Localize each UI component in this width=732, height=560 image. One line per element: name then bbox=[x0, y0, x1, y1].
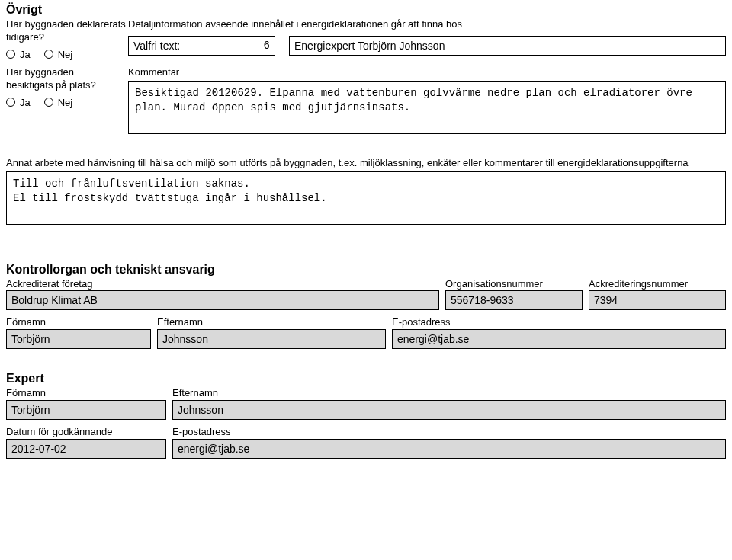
kontroll-title: Kontrollorgan och tekniskt ansvarig bbox=[6, 263, 726, 277]
expert-epost-field: energi@tjab.se bbox=[172, 439, 726, 459]
expert-datum-value: 2012-07-02 bbox=[11, 443, 66, 455]
valfri-text-box[interactable]: Valfri text: 6 bbox=[128, 36, 275, 56]
efternamn-value: Johnsson bbox=[162, 333, 208, 345]
expert-efternamn-label: Efternamn bbox=[172, 387, 726, 400]
q1-label: Har byggnaden deklarerats tidigare? bbox=[6, 18, 128, 44]
q1-nej-option[interactable]: Nej bbox=[44, 49, 73, 60]
kommentar-text: Besiktigad 20120629. Elpanna med vattenb… bbox=[135, 87, 692, 114]
detail-info-label: Detaljinformation avseende innehållet i … bbox=[128, 18, 726, 31]
kommentar-label: Kommentar bbox=[128, 66, 726, 79]
acknr-label: Ackrediteringsnummer bbox=[589, 278, 726, 291]
efternamn-label: Efternamn bbox=[157, 316, 386, 329]
ovrigt-section: Övrigt Har byggnaden deklarerats tidigar… bbox=[6, 3, 726, 134]
q2-nej-label: Nej bbox=[58, 97, 73, 108]
fornamn-label: Förnamn bbox=[6, 316, 151, 329]
expert-fornamn-value: Torbjörn bbox=[11, 404, 50, 416]
ovrigt-title: Övrigt bbox=[6, 3, 726, 17]
valfri-text-num: 6 bbox=[264, 40, 270, 52]
valfri-text-label: Valfri text: bbox=[133, 40, 180, 52]
annat-section: Annat arbete med hänvisning till hälsa o… bbox=[6, 157, 726, 225]
q2-ja-option[interactable]: Ja bbox=[6, 97, 30, 108]
kontroll-section: Kontrollorgan och tekniskt ansvarig Ackr… bbox=[6, 263, 726, 350]
efternamn-field: Johnsson bbox=[157, 329, 386, 349]
orgnr-label: Organisationsnummer bbox=[445, 278, 583, 291]
radio-icon bbox=[6, 98, 15, 107]
expert-fornamn-label: Förnamn bbox=[6, 387, 166, 400]
epost-field: energi@tjab.se bbox=[392, 329, 726, 349]
radio-icon bbox=[6, 50, 15, 59]
fornamn-value: Torbjörn bbox=[11, 333, 50, 345]
expert-title: Expert bbox=[6, 372, 726, 386]
fornamn-field: Torbjörn bbox=[6, 329, 151, 349]
expert-datum-label: Datum för godkännande bbox=[6, 426, 166, 439]
q2-ja-label: Ja bbox=[20, 97, 30, 108]
ack-foretag-label: Ackrediterat företag bbox=[6, 278, 439, 291]
expert-efternamn-field: Johnsson bbox=[172, 400, 726, 420]
radio-icon bbox=[44, 50, 53, 59]
valfri-value-box[interactable]: Energiexpert Torbjörn Johnsson bbox=[289, 36, 726, 56]
annat-box[interactable]: Till och frånluftsventilation saknas. El… bbox=[6, 171, 726, 225]
ack-foretag-field: Boldrup Klimat AB bbox=[6, 290, 439, 310]
epost-value: energi@tjab.se bbox=[397, 333, 469, 345]
expert-datum-field: 2012-07-02 bbox=[6, 439, 166, 459]
q1-ja-label: Ja bbox=[20, 49, 30, 60]
acknr-value: 7394 bbox=[594, 294, 618, 306]
kommentar-box[interactable]: Besiktigad 20120629. Elpanna med vattenb… bbox=[128, 81, 726, 134]
q2-radio-group: Ja Nej bbox=[6, 97, 128, 108]
expert-epost-value: energi@tjab.se bbox=[178, 443, 249, 455]
ack-foretag-value: Boldrup Klimat AB bbox=[11, 294, 98, 306]
orgnr-field: 556718-9633 bbox=[445, 290, 583, 310]
annat-text: Till och frånluftsventilation saknas. El… bbox=[13, 178, 327, 205]
expert-section: Expert Förnamn Torbjörn Efternamn Johnss… bbox=[6, 372, 726, 459]
q1-ja-option[interactable]: Ja bbox=[6, 49, 30, 60]
q1-nej-label: Nej bbox=[58, 49, 73, 60]
expert-fornamn-field: Torbjörn bbox=[6, 400, 166, 420]
q2-nej-option[interactable]: Nej bbox=[44, 97, 73, 108]
radio-icon bbox=[44, 98, 53, 107]
q2-label-a: Har byggnaden bbox=[6, 66, 128, 79]
annat-label: Annat arbete med hänvisning till hälsa o… bbox=[6, 157, 726, 170]
q1-radio-group: Ja Nej bbox=[6, 49, 128, 60]
expert-efternamn-value: Johnsson bbox=[178, 404, 223, 416]
q2-label-b: besiktigats på plats? bbox=[6, 79, 128, 92]
acknr-field: 7394 bbox=[589, 290, 726, 310]
epost-label: E-postadress bbox=[392, 316, 726, 329]
expert-epost-label: E-postadress bbox=[172, 426, 726, 439]
orgnr-value: 556718-9633 bbox=[451, 294, 514, 306]
valfri-value: Energiexpert Torbjörn Johnsson bbox=[294, 40, 445, 52]
